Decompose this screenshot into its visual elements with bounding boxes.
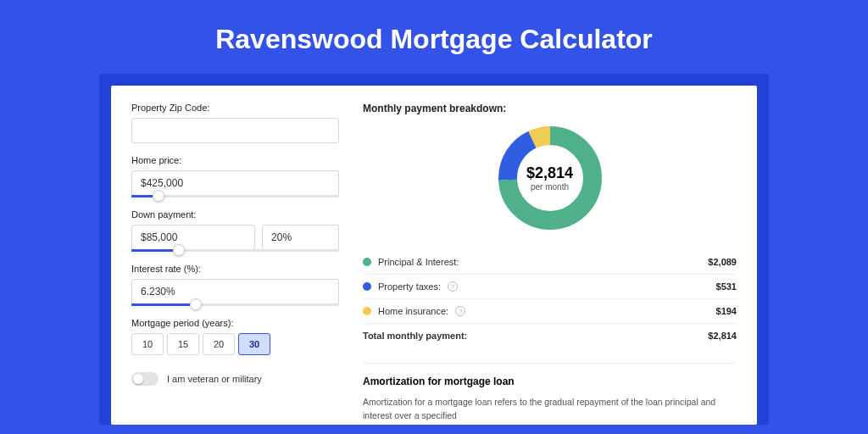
period-options: 10 15 20 30 xyxy=(131,333,339,355)
interest-input[interactable] xyxy=(131,279,339,304)
period-option-10[interactable]: 10 xyxy=(131,333,164,355)
page-title: Ravenswood Mortgage Calculator xyxy=(0,0,868,74)
veteran-toggle[interactable] xyxy=(131,372,159,386)
total-value: $2,814 xyxy=(708,331,737,341)
legend-item-taxes: Property taxes: ? $531 xyxy=(363,274,737,298)
veteran-row: I am veteran or military xyxy=(131,372,339,386)
down-payment-percent-input[interactable] xyxy=(262,225,339,250)
legend-label: Home insurance: xyxy=(378,306,448,316)
zip-input[interactable] xyxy=(131,118,339,143)
amortization-section: Amortization for mortgage loan Amortizat… xyxy=(363,363,737,423)
interest-slider[interactable] xyxy=(131,303,339,306)
home-price-label: Home price: xyxy=(131,155,339,165)
breakdown-legend: Principal & Interest: $2,089 Property ta… xyxy=(363,250,737,348)
down-payment-slider[interactable] xyxy=(131,249,339,252)
down-payment-amount-input[interactable] xyxy=(131,225,255,250)
donut-chart-wrap: $2,814 per month xyxy=(363,123,737,233)
period-option-30[interactable]: 30 xyxy=(238,333,270,355)
card-container: Property Zip Code: Home price: Down paym… xyxy=(99,74,769,425)
legend-value: $531 xyxy=(716,281,737,292)
period-option-20[interactable]: 20 xyxy=(203,333,235,355)
legend-item-principal: Principal & Interest: $2,089 xyxy=(363,250,737,274)
legend-label: Property taxes: xyxy=(378,281,441,292)
interest-group: Interest rate (%): xyxy=(131,264,339,306)
donut-chart: $2,814 per month xyxy=(495,123,605,233)
legend-value: $2,089 xyxy=(708,257,737,267)
veteran-label: I am veteran or military xyxy=(167,374,262,384)
home-price-slider[interactable] xyxy=(131,195,339,198)
breakdown-title: Monthly payment breakdown: xyxy=(363,103,737,114)
home-price-group: Home price: xyxy=(131,155,339,198)
donut-center-value: $2,814 xyxy=(526,164,573,182)
results-panel: Monthly payment breakdown: $2,814 per mo… xyxy=(363,103,737,408)
interest-label: Interest rate (%): xyxy=(131,264,339,274)
period-option-15[interactable]: 15 xyxy=(167,333,199,355)
legend-item-insurance: Home insurance: ? $194 xyxy=(363,298,737,323)
dot-icon xyxy=(363,258,371,266)
total-label: Total monthly payment: xyxy=(363,331,467,341)
zip-label: Property Zip Code: xyxy=(131,103,339,113)
donut-center-label: per month xyxy=(531,182,569,192)
period-group: Mortgage period (years): 10 15 20 30 xyxy=(131,318,339,355)
amortization-text: Amortization for a mortgage loan refers … xyxy=(363,396,737,423)
dot-icon xyxy=(363,307,371,315)
amortization-title: Amortization for mortgage loan xyxy=(363,376,737,387)
dot-icon xyxy=(363,282,371,291)
calculator-card: Property Zip Code: Home price: Down paym… xyxy=(111,86,757,425)
info-icon[interactable]: ? xyxy=(455,306,465,316)
zip-group: Property Zip Code: xyxy=(131,103,339,143)
legend-item-total: Total monthly payment: $2,814 xyxy=(363,323,737,348)
down-payment-label: Down payment: xyxy=(131,209,339,220)
info-icon[interactable]: ? xyxy=(448,281,458,292)
period-label: Mortgage period (years): xyxy=(131,318,339,328)
input-panel: Property Zip Code: Home price: Down paym… xyxy=(131,103,339,408)
legend-label: Principal & Interest: xyxy=(378,257,459,267)
legend-value: $194 xyxy=(716,306,737,316)
down-payment-group: Down payment: xyxy=(131,209,339,252)
